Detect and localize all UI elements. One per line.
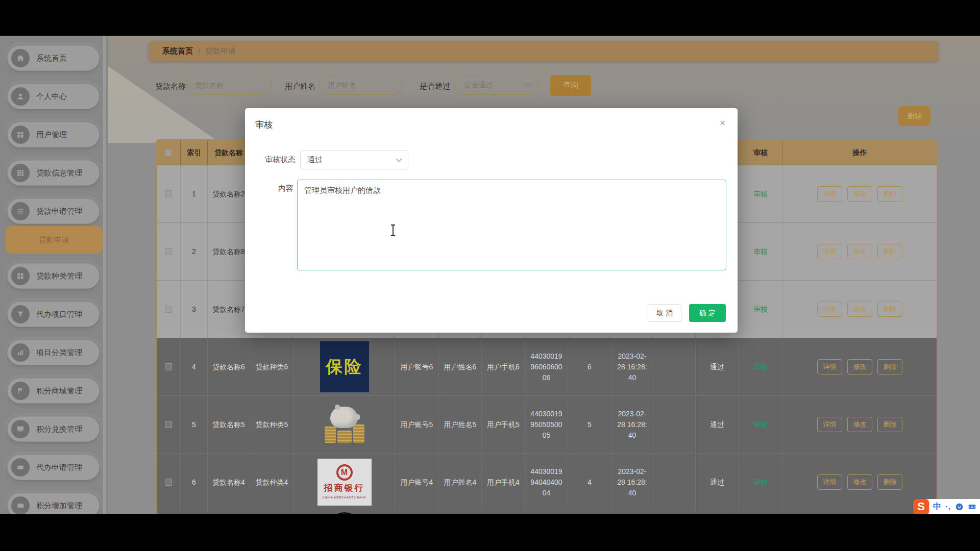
sidebar-item-个人中心[interactable]: 个人中心 [7,84,100,109]
confirm-button[interactable]: 确 定 [689,304,726,322]
audit-link[interactable]: 审核 [753,362,768,372]
edit-button[interactable]: 修改 [847,359,872,374]
delete-button[interactable]: 删除 [877,186,902,202]
cell-audit: 审核 [739,223,782,280]
detail-button[interactable]: 详情 [817,302,842,317]
cell-loan_name: 贷款名称7 [208,281,250,338]
grid4-icon [11,267,30,285]
audit-status-value: 通过 [307,155,323,165]
select-all-checkbox[interactable] [165,149,172,156]
cell-index: 1 [181,165,208,222]
cell-phone: 用户手机4 [482,454,525,511]
sidebar-item-项目分类管理[interactable]: 项目分类管理 [7,340,100,365]
cell-cb [157,281,181,338]
content-textarea[interactable]: 管理员审核用户的借款 [297,180,726,270]
edit-button[interactable]: 修改 [847,474,872,490]
close-icon[interactable]: × [720,117,725,129]
detail-button[interactable]: 详情 [817,244,842,259]
cell-loan_name: 贷款名称8 [208,223,250,280]
sidebar-item-label: 用户管理 [36,130,67,140]
sogou-logo-icon[interactable]: S [913,499,929,514]
row-checkbox[interactable] [165,306,172,313]
cell-cb [157,165,181,222]
wallet-icon [11,496,30,514]
sidebar-item-积分商城管理[interactable]: 积分商城管理 [7,378,100,404]
delete-button[interactable]: 删除 [877,474,902,490]
cell-audit: 审核 [739,454,782,511]
insurance-image-text: 保险 [326,354,363,380]
ticket-icon [11,458,30,477]
delete-button[interactable]: 删除 [877,417,902,432]
audit-link[interactable]: 审核 [753,477,768,488]
ime-emoji-icon[interactable] [955,503,964,511]
ime-toolbar[interactable]: S 中 ·, [916,499,980,514]
header-cell-1: 索引 [181,140,208,165]
row-checkbox[interactable] [165,190,172,197]
edit-button[interactable]: 修改 [847,244,872,259]
cell-id_no: 440300199404040004 [525,454,568,511]
detail-button[interactable]: 详情 [817,359,842,374]
sidebar-item-积分增加管理[interactable]: 积分增加管理 [7,493,100,514]
user-name-filter-label: 用户姓名 [285,82,315,91]
audit-link[interactable]: 审核 [753,246,768,257]
row-checkbox[interactable] [165,479,172,486]
sidebar-item-代办项目管理[interactable]: 代办项目管理 [7,302,100,327]
sidebar-item-label: 系统首页 [36,54,67,63]
delete-button[interactable]: 删除 [877,302,902,317]
edit-button[interactable]: 修改 [847,302,872,317]
sidebar-item-积分兑换管理[interactable]: 积分兑换管理 [7,416,100,442]
cell-cb [157,338,181,395]
user-name-filter-input[interactable] [319,76,402,95]
cmb-logo-caption: CHINA MERCHANTS BANK [322,495,366,500]
audit-status-label: 审核状态 [265,155,296,165]
audit-link[interactable]: 审核 [753,304,768,315]
loan-name-filter-input[interactable] [186,76,272,95]
audit-link[interactable]: 审核 [753,419,768,430]
delete-button[interactable]: 删除 [877,244,902,259]
cell-image [294,396,395,453]
cell-cb [157,454,181,511]
sidebar-item-用户管理[interactable]: 用户管理 [7,122,100,147]
row-checkbox[interactable] [165,363,172,370]
edit-button[interactable]: 修改 [847,186,872,202]
sidebar-scrollbar[interactable] [103,36,106,514]
sidebar: 系统首页个人中心用户管理贷款信息管理贷款申请管理贷款申请贷款种类管理代办项目管理… [0,36,108,514]
header-cell-13: 审核 [739,140,782,165]
audit-status-select[interactable]: 通过 [300,150,408,169]
header-cell-14: 操作 [782,140,937,165]
sidebar-item-label: 贷款申请管理 [36,207,82,216]
audit-link[interactable]: 审核 [753,189,768,199]
cell-id_no: 440300199606060006 [525,338,568,395]
list-icon [11,202,30,220]
sidebar-item-贷款种类管理[interactable]: 贷款种类管理 [7,263,100,289]
detail-button[interactable]: 详情 [817,417,842,432]
row-checkbox[interactable] [165,421,172,428]
sidebar-item-代办申请管理[interactable]: 代办申请管理 [7,455,100,480]
cell-account: 用户账号5 [395,396,439,453]
detail-button[interactable]: 详情 [817,186,842,202]
ime-keyboard-icon[interactable] [968,503,976,511]
ime-punctuation-toggle[interactable]: ·, [945,503,951,511]
sidebar-item-贷款信息管理[interactable]: 贷款信息管理 [7,160,100,186]
table-row: 5贷款名称5贷款种类5用户账号5用户姓名5用户手机544030019950505… [157,395,937,453]
cell-user_name: 用户姓名4 [439,454,482,511]
breadcrumb-home-link[interactable]: 系统首页 [162,46,193,56]
breadcrumb: 系统首页 / 贷款申请 [149,41,938,61]
edit-button[interactable]: 修改 [847,417,872,432]
cell-phone: 用户手机5 [482,396,525,453]
cell-passed: 通过 [696,454,739,511]
cell-user_name: 用户姓名5 [439,396,482,453]
is-passed-filter-select[interactable]: 是否通过 [455,76,539,95]
batch-delete-button[interactable]: 删除 [898,106,930,126]
ime-language-toggle[interactable]: 中 [933,502,941,512]
row-checkbox[interactable] [165,248,172,255]
sidebar-item-系统首页[interactable]: 系统首页 [7,45,100,71]
sidebar-item-贷款申请管理[interactable]: 贷款申请管理 [7,198,100,224]
sidebar-item-贷款申请[interactable]: 贷款申请 [6,226,103,254]
search-button[interactable]: 查询 [550,75,591,96]
delete-button[interactable]: 删除 [877,359,902,374]
cell-loan_type: 贷款种类6 [250,338,294,395]
detail-button[interactable]: 详情 [817,474,842,490]
cancel-button[interactable]: 取 消 [648,304,681,322]
header-cell-2: 贷款名称 [208,140,250,165]
